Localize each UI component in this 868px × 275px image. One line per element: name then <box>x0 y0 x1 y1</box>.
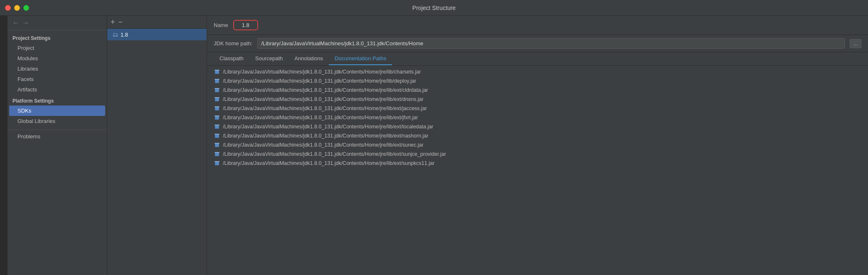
tab-annotations[interactable]: Annotations <box>289 52 329 65</box>
file-item[interactable]: /Library/Java/JavaVirtualMachines/jdk1.8… <box>207 150 868 159</box>
back-arrow[interactable]: ← <box>12 19 19 27</box>
file-path: /Library/Java/JavaVirtualMachines/jdk1.8… <box>223 106 427 111</box>
svg-rect-43 <box>215 145 219 145</box>
svg-rect-23 <box>215 108 219 109</box>
tab-documentation-paths[interactable]: Documentation Paths <box>329 52 392 65</box>
minimize-button[interactable] <box>14 5 20 11</box>
jar-icon <box>214 160 220 167</box>
jar-icon <box>214 133 220 139</box>
tab-sourcepath[interactable]: Sourcepath <box>249 52 289 65</box>
file-path: /Library/Java/JavaVirtualMachines/jdk1.8… <box>223 133 428 139</box>
svg-rect-49 <box>215 155 219 155</box>
sidebar: Project Settings Project Modules Librari… <box>7 30 107 143</box>
forward-arrow[interactable]: → <box>22 19 29 27</box>
svg-rect-28 <box>215 118 219 118</box>
jar-icon <box>214 123 220 130</box>
svg-rect-33 <box>215 127 219 127</box>
svg-rect-29 <box>215 118 219 119</box>
svg-rect-37 <box>215 135 219 135</box>
file-item[interactable]: /Library/Java/JavaVirtualMachines/jdk1.8… <box>207 95 868 104</box>
jar-icon <box>214 151 220 157</box>
svg-rect-45 <box>215 152 219 153</box>
file-path: /Library/Java/JavaVirtualMachines/jdk1.8… <box>223 151 446 157</box>
sidebar-item-global-libraries[interactable]: Global Libraries <box>7 116 107 126</box>
file-item[interactable]: /Library/Java/JavaVirtualMachines/jdk1.8… <box>207 140 868 150</box>
svg-rect-12 <box>215 89 219 90</box>
tabs-bar: Classpath Sourcepath Annotations Documen… <box>207 52 868 66</box>
file-path: /Library/Java/JavaVirtualMachines/jdk1.8… <box>223 78 416 84</box>
svg-rect-17 <box>215 98 219 99</box>
jdk-path-label: JDK home path: <box>214 40 252 47</box>
sidebar-item-sdks[interactable]: SDKs <box>9 106 105 116</box>
svg-rect-9 <box>215 82 219 82</box>
main-layout: ← → Project Settings Project Modules Lib… <box>0 16 868 275</box>
svg-rect-53 <box>215 163 219 164</box>
svg-rect-20 <box>215 106 219 107</box>
name-row: Name 1.8 <box>207 16 868 35</box>
folder-icon: 🗂 <box>112 31 118 38</box>
svg-rect-15 <box>215 97 219 98</box>
svg-rect-38 <box>215 136 219 136</box>
svg-rect-25 <box>215 115 219 116</box>
sidebar-item-facets[interactable]: Facets <box>7 74 107 84</box>
project-settings-section-label: Project Settings <box>7 32 107 43</box>
file-list: /Library/Java/JavaVirtualMachines/jdk1.8… <box>207 66 868 275</box>
platform-settings-section-label: Platform Settings <box>7 95 107 106</box>
name-label: Name <box>214 22 228 28</box>
maximize-button[interactable] <box>23 5 29 11</box>
left-strip <box>0 16 7 275</box>
svg-rect-24 <box>215 109 219 110</box>
file-item[interactable]: /Library/Java/JavaVirtualMachines/jdk1.8… <box>207 122 868 131</box>
jdk-path-input[interactable] <box>257 38 845 49</box>
svg-rect-18 <box>215 99 219 100</box>
add-sdk-button[interactable]: + <box>111 18 115 26</box>
svg-rect-13 <box>215 90 219 91</box>
file-item[interactable]: /Library/Java/JavaVirtualMachines/jdk1.8… <box>207 76 868 86</box>
sdk-list-panel: + − 🗂 1.8 <box>107 16 207 275</box>
svg-rect-5 <box>215 79 219 80</box>
svg-rect-19 <box>215 100 219 101</box>
svg-rect-44 <box>215 146 219 146</box>
sidebar-item-artifacts[interactable]: Artifacts <box>7 84 107 95</box>
close-button[interactable] <box>5 5 11 11</box>
file-item[interactable]: /Library/Java/JavaVirtualMachines/jdk1.8… <box>207 67 868 76</box>
svg-rect-39 <box>215 137 219 137</box>
remove-sdk-button[interactable]: − <box>118 18 123 26</box>
svg-rect-50 <box>215 161 219 162</box>
jar-icon <box>214 114 220 121</box>
svg-rect-35 <box>215 134 219 135</box>
window-controls <box>5 5 29 11</box>
file-item[interactable]: /Library/Java/JavaVirtualMachines/jdk1.8… <box>207 131 868 140</box>
file-path: /Library/Java/JavaVirtualMachines/jdk1.8… <box>223 115 418 120</box>
svg-rect-47 <box>215 153 219 154</box>
sidebar-item-problems[interactable]: Problems <box>7 130 107 143</box>
tab-classpath[interactable]: Classpath <box>214 52 249 65</box>
sidebar-item-modules[interactable]: Modules <box>7 53 107 64</box>
jar-icon <box>214 78 220 84</box>
file-path: /Library/Java/JavaVirtualMachines/jdk1.8… <box>223 124 433 130</box>
svg-rect-8 <box>215 81 219 81</box>
file-item[interactable]: /Library/Java/JavaVirtualMachines/jdk1.8… <box>207 104 868 113</box>
sdk-details: Name 1.8 JDK home path: ... Classpath So… <box>207 16 868 275</box>
sidebar-item-libraries[interactable]: Libraries <box>7 64 107 74</box>
name-value[interactable]: 1.8 <box>233 20 258 30</box>
sidebar-item-project[interactable]: Project <box>7 43 107 53</box>
window-title: Project Structure <box>412 5 456 11</box>
browse-button[interactable]: ... <box>850 39 861 48</box>
file-path: /Library/Java/JavaVirtualMachines/jdk1.8… <box>223 96 424 102</box>
jar-icon <box>214 142 220 148</box>
jar-icon <box>214 96 220 103</box>
svg-rect-42 <box>215 144 219 145</box>
jar-icon <box>214 105 220 112</box>
jar-icon <box>214 87 220 93</box>
file-item[interactable]: /Library/Java/JavaVirtualMachines/jdk1.8… <box>207 113 868 122</box>
jar-icon <box>214 69 220 75</box>
file-path: /Library/Java/JavaVirtualMachines/jdk1.8… <box>223 142 424 148</box>
sdk-item-1.8[interactable]: 🗂 1.8 <box>107 29 207 40</box>
svg-rect-32 <box>215 126 219 126</box>
file-item[interactable]: /Library/Java/JavaVirtualMachines/jdk1.8… <box>207 86 868 95</box>
file-path: /Library/Java/JavaVirtualMachines/jdk1.8… <box>223 87 428 93</box>
sdk-list: 🗂 1.8 <box>107 29 207 275</box>
svg-rect-0 <box>215 70 219 71</box>
file-item[interactable]: /Library/Java/JavaVirtualMachines/jdk1.8… <box>207 159 868 168</box>
